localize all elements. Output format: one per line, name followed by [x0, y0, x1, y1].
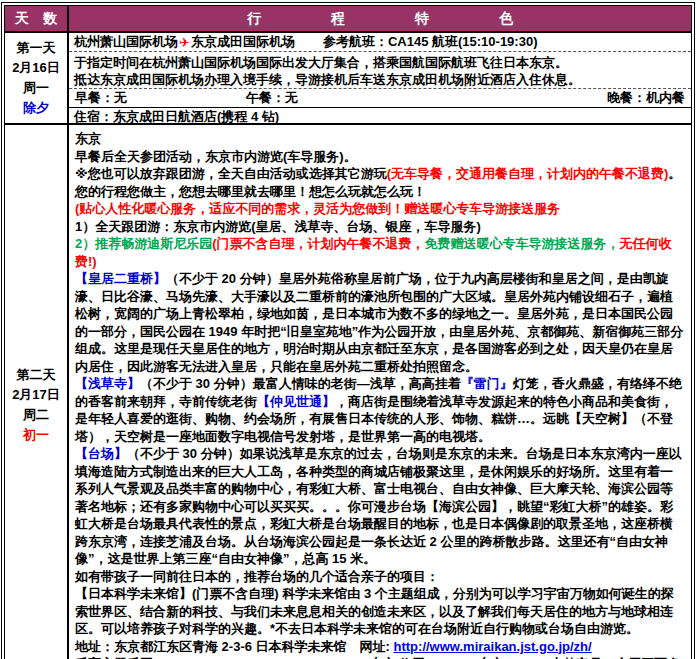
day1-festival: 除夕 [23, 98, 49, 118]
kaminarimon-label: 『雷门』 [461, 376, 513, 391]
option-2-note1: (门票不含自理，计划内午餐不退费， [212, 236, 424, 251]
city-title: 东京 [75, 130, 685, 148]
itinerary-table: 天 数 行 程 特 色 第一天 2月16日 周一 除夕 杭州萧山国际机场 ✈ 东… [1, 2, 695, 659]
flight-to: 东京成田国际机场 [191, 33, 295, 51]
odaiba-title: 【台场】 [75, 446, 127, 461]
skytree-label: 【天空树】 [569, 411, 634, 426]
option-1-line: 1）全天跟团游：东京市内游览(皇居、浅草寺、台场、银座，车导服务) [75, 218, 685, 236]
flight-route-line: 杭州萧山国际机场 ✈ 东京成田国际机场 参考航班：CA145 航班(15:10-… [69, 33, 691, 52]
paragraph-sensoji: 【浅草寺】（不少于 30 分钟）最富人情味的老街—浅草，高高挂着『雷门』灯笼，香… [75, 375, 685, 445]
paragraph-imperial-palace: 【皇居二重桥】（不少于 20 分钟）皇居外苑俗称皇居前广场，位于九内高层楼街和皇… [75, 270, 685, 375]
option-2-free-transfer: 免费赠送暖心专车导游接送服务， [425, 236, 620, 251]
option-2-disney: 2）推荐畅游迪斯尼乐园 [75, 236, 212, 251]
day2-date: 2月17日 [12, 385, 60, 405]
miraikan-title: 【日本科学未来馆】(门票不含自理) [75, 586, 279, 601]
day1-desc-line1: 于指定时间在杭州萧山国际机场国际出发大厅集合，搭乘国航国际航班飞往日本东京。 [74, 54, 686, 71]
paragraph-odaiba: 【台场】（不少于 30 分钟）如果说浅草是东京的过去，台场则是东京的未来。台场是… [75, 445, 685, 568]
header-cell-days: 天 数 [5, 6, 69, 31]
day1-description: 于指定时间在杭州萧山国际机场国际出发大厅集合，搭乘国航国际航班飞往日本东京。 抵… [69, 52, 691, 89]
flight-reference: 参考航班：CA145 航班(15:10-19:30) [323, 33, 538, 51]
day1-weekday: 周一 [23, 78, 49, 98]
day1-desc-line2: 抵达东京成田国际机场办理入境手续，导游接机后车送东京成田机场附近酒店入住休息。 [74, 71, 686, 88]
seaside-park-label: 【海滨公园】 [426, 499, 504, 514]
paragraph-tour-intro: 早餐后全天参团活动，东京市内游览(车导服务)。 [75, 148, 685, 166]
lunch-label: 午餐：无 [246, 89, 298, 107]
flight-from: 杭州萧山国际机场 [74, 33, 178, 51]
miraikan-address-line: 地址：东京都江东区青海 2-3-6 日本科学未来馆 网址: http://www… [75, 638, 685, 656]
dinner-label: 晚餐：机内餐 [607, 89, 685, 107]
day2-festival: 初一 [23, 425, 49, 445]
day2-weekday: 周二 [23, 405, 49, 425]
free-option-text: ※您也可以放弃跟团游，全天自由活动或选择其它游玩 [75, 166, 387, 181]
free-option-note: (无车导餐，交通用餐自理，计划内的午餐不退费) [387, 166, 669, 181]
sensoji-text-1: （不少于 30 分钟）最富人情味的老街—浅草，高高挂着 [140, 376, 461, 391]
day1-content-cell: 杭州萧山国际机场 ✈ 东京成田国际机场 参考航班：CA145 航班(15:10-… [69, 33, 691, 123]
option-2-line: 2）推荐畅游迪斯尼乐园(门票不含自理，计划内午餐不退费，免费赠送暖心专车导游接送… [75, 235, 685, 270]
paragraph-miraikan: 【日本科学未来馆】(门票不含自理) 科学未来馆由 3 个主题组成，分别为可以学习… [75, 585, 685, 638]
header-cell-features: 行 程 特 色 [69, 6, 691, 31]
day1-date: 2月16日 [12, 58, 60, 78]
day1-lodging-row: 住宿：东京成田日航酒店(携程 4 钻) [69, 108, 691, 126]
paragraph-kids-intro: 如有带孩子一同前往日本的，推荐台场的几个适合亲子的项目： [75, 568, 685, 586]
day2-label-cell: 第二天 2月17日 周二 初一 [5, 125, 69, 659]
day1-number: 第一天 [17, 38, 56, 58]
plane-icon: ✈ [179, 35, 190, 50]
free-option-period: 。 [668, 166, 681, 181]
day1-label-cell: 第一天 2月16日 周一 除夕 [5, 33, 69, 123]
day2-number: 第二天 [17, 365, 56, 385]
day1-row: 第一天 2月16日 周一 除夕 杭州萧山国际机场 ✈ 东京成田国际机场 参考航班… [5, 33, 691, 125]
paragraph-warm-service: (贴心人性化暖心服务，适应不同的需求，灵活为您做到！赠送暖心专车导游接送服务 [75, 200, 685, 218]
imperial-palace-title: 【皇居二重桥】 [75, 271, 166, 286]
lodging-label: 住宿：东京成田日航酒店(携程 4 钻) [74, 108, 279, 126]
day2-content-cell: 东京 早餐后全天参团活动，东京市内游览(车导服务)。 ※您也可以放弃跟团游，全天… [69, 125, 691, 659]
imperial-palace-text: （不少于 20 分钟）皇居外苑俗称皇居前广场，位于九内高层楼街和皇居之间，是由凯… [75, 271, 683, 374]
paragraph-legoland: 乐高主题乐园 LEGOLAND DISCOVERY CENTER 东京 位于 D… [75, 655, 685, 659]
breakfast-label: 早餐：无 [75, 89, 127, 107]
paragraph-free-option: ※您也可以放弃跟团游，全天自由活动或选择其它游玩(无车导餐，交通用餐自理，计划内… [75, 165, 685, 183]
day2-row: 第二天 2月17日 周二 初一 东京 早餐后全天参团活动，东京市内游览(车导服务… [5, 125, 691, 659]
nakamise-label: 【仲见世通】 [257, 394, 335, 409]
miraikan-link[interactable]: http://www.miraikan.jst.go.jp/zh/ [394, 639, 592, 654]
sensoji-title: 【浅草寺】 [75, 376, 140, 391]
miraikan-address: 地址：东京都江东区青海 2-3-6 日本科学未来馆 网址: [75, 639, 394, 654]
table-header-row: 天 数 行 程 特 色 [5, 6, 691, 33]
day1-meals-row: 早餐：无 午餐：无 晚餐：机内餐 [69, 89, 691, 108]
paragraph-your-trip: 您的行程您做主，您想去哪里就去哪里！想怎么玩就怎么玩！ [75, 183, 685, 201]
